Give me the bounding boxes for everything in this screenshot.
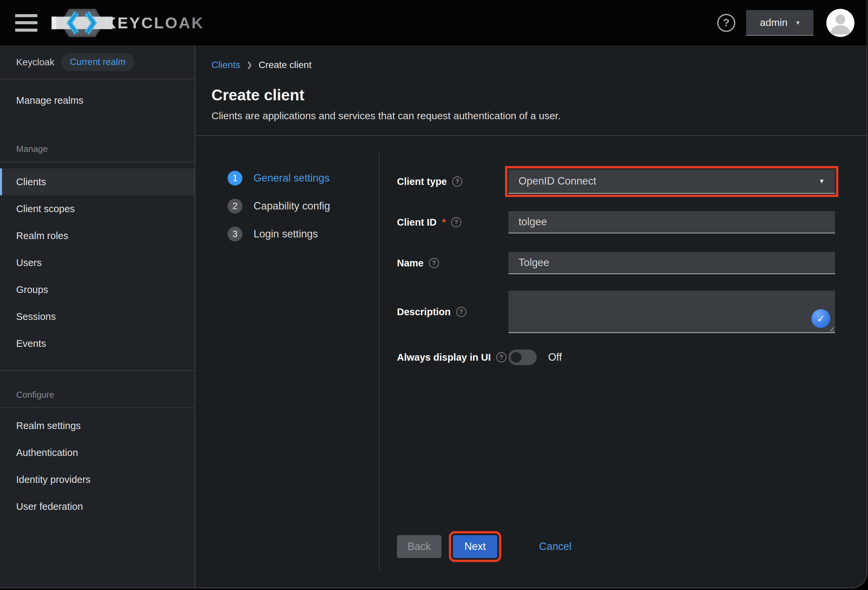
client-type-label-group: Client type ? [397,176,508,187]
help-button[interactable]: ? [717,14,735,32]
sidebar-item-users[interactable]: Users [0,249,195,276]
sidebar-item-label: User federation [16,501,83,512]
page-subtitle: Clients are applications and services th… [211,110,867,121]
current-realm-badge: Current realm [61,53,134,71]
step-number-badge: 2 [227,199,242,213]
sidebar-item-authentication[interactable]: Authentication [0,439,195,466]
sidebar-item-realm-roles[interactable]: Realm roles [0,222,195,249]
sidebar-item-label: Realm roles [16,230,68,241]
menu-icon [15,29,37,32]
username: admin [760,17,788,28]
name-label: Name [397,257,424,269]
sidebar-item-user-federation[interactable]: User federation [0,493,195,520]
wizard-step-general-settings[interactable]: 1 General settings [227,171,379,186]
help-icon[interactable]: ? [496,352,506,362]
description-textarea[interactable]: ✓ [508,291,835,333]
help-icon[interactable]: ? [429,258,439,268]
always-display-label-group: Always display in UI ? [397,352,508,363]
back-button[interactable]: Back [397,535,441,558]
chevron-down-icon: ▾ [796,19,800,27]
menu-icon [15,21,37,24]
menu-icon [15,14,37,17]
user-avatar-icon [826,9,855,37]
sidebar-item-label: Sessions [16,311,56,322]
sidebar-divider [0,370,195,371]
user-menu-dropdown[interactable]: admin ▾ [746,10,813,36]
toggle-state-label: Off [548,351,562,363]
always-display-label: Always display in UI [397,352,491,363]
masthead: KEYCLOAK ? admin ▾ [0,0,867,46]
sidebar-item-label: Clients [16,176,46,188]
sidebar-item-label: Client scopes [16,203,75,214]
sidebar-item-label: Identity providers [16,474,90,485]
realm-name: Keycloak [16,57,55,68]
client-type-value: OpenID Connect [518,175,596,187]
help-icon: ? [717,14,735,32]
step-label: Login settings [254,228,318,240]
sidebar-item-label: Authentication [16,447,78,458]
keycloak-logo: KEYCLOAK [51,6,204,40]
name-row: Name ? [397,252,835,274]
client-type-label: Client type [397,176,447,187]
sidebar-item-realm-settings[interactable]: Realm settings [0,412,195,439]
description-row: Description ? ✓ [397,291,835,333]
realm-switcher[interactable]: Keycloak Current realm [0,46,195,80]
client-id-input[interactable] [508,211,835,234]
page-header: Clients ❯ Create client Create client Cl… [195,46,867,136]
sidebar-item-manage-realms[interactable]: Manage realms [0,87,195,114]
sidebar-item-label: Groups [16,284,48,295]
step-label: General settings [254,172,330,184]
client-type-select[interactable]: OpenID Connect ▾ [508,169,835,194]
cancel-link[interactable]: Cancel [539,541,572,553]
resize-handle-icon[interactable] [828,325,834,331]
create-client-wizard: 1 General settings 2 Capability config 3… [195,137,867,588]
brand-text: KEYCLOAK [105,13,204,32]
wizard-step-login-settings[interactable]: 3 Login settings [227,227,379,241]
description-label-group: Description ? [397,306,508,318]
name-input[interactable] [508,252,835,274]
required-asterisk: * [442,217,446,228]
sidebar: Keycloak Current realm Manage realms Man… [0,46,195,588]
wizard-step-capability-config[interactable]: 2 Capability config [227,199,379,213]
name-label-group: Name ? [397,257,508,269]
sidebar-group-label-configure: Configure [0,380,195,405]
breadcrumb-separator-icon: ❯ [247,61,252,69]
chevron-down-icon: ▾ [820,177,824,186]
description-label: Description [397,306,451,318]
keycloak-logo-icon [51,6,114,40]
client-id-row: Client ID * ? [397,211,835,234]
avatar[interactable] [826,9,855,37]
help-icon[interactable]: ? [451,217,461,227]
step-label: Capability config [254,200,330,212]
nav-toggle-button[interactable] [15,14,37,32]
always-display-row: Always display in UI ? Off [397,350,835,365]
sidebar-item-events[interactable]: Events [0,330,195,357]
general-settings-form: Client type ? OpenID Connect ▾ Client ID… [379,137,867,588]
breadcrumb-current: Create client [258,60,311,70]
client-id-label-group: Client ID * ? [397,217,508,228]
always-display-toggle[interactable] [508,350,537,365]
client-id-label: Client ID [397,217,437,228]
wizard-steps: 1 General settings 2 Capability config 3… [195,137,379,254]
help-icon[interactable]: ? [452,176,462,186]
check-icon: ✓ [816,313,825,325]
sidebar-item-clients[interactable]: Clients [0,169,195,195]
toggle-knob [511,352,521,363]
sidebar-item-identity-providers[interactable]: Identity providers [0,466,195,493]
sidebar-item-groups[interactable]: Groups [0,276,195,303]
help-icon[interactable]: ? [456,307,466,317]
sidebar-item-sessions[interactable]: Sessions [0,303,195,330]
sidebar-item-client-scopes[interactable]: Client scopes [0,195,195,222]
app-window: KEYCLOAK ? admin ▾ Keycloak Current real… [0,0,867,588]
breadcrumb-link-clients[interactable]: Clients [211,60,241,70]
sidebar-item-label: Realm settings [16,420,81,432]
wizard-actions: Back Next Cancel [397,535,835,558]
step-number-badge: 1 [227,171,242,186]
extension-check-badge: ✓ [812,309,830,328]
page-title: Create client [211,87,867,104]
next-button[interactable]: Next [453,535,497,558]
sidebar-item-label: Users [16,257,42,268]
sidebar-item-label: Events [16,338,46,349]
breadcrumb: Clients ❯ Create client [211,59,867,71]
sidebar-item-label: Manage realms [16,95,84,106]
